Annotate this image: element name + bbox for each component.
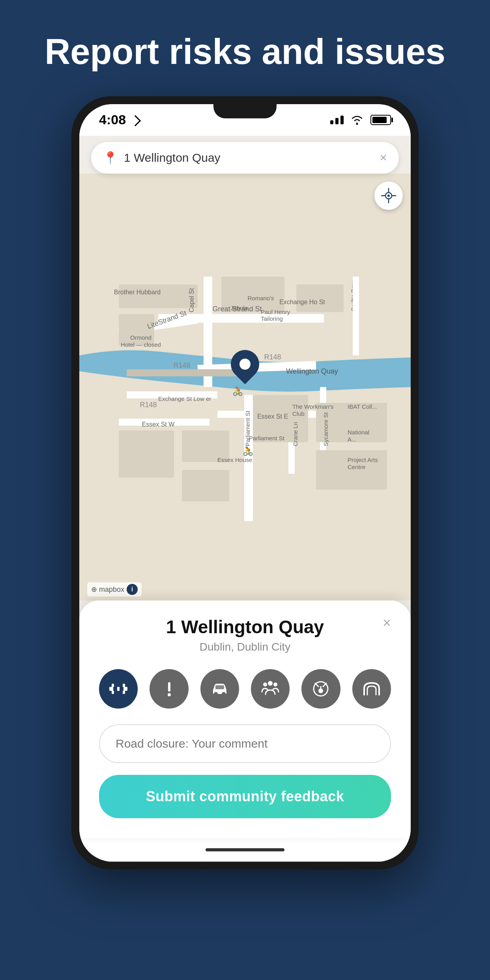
svg-point-66 bbox=[168, 693, 171, 696]
svg-text:Romano's: Romano's bbox=[247, 295, 274, 301]
svg-rect-9 bbox=[127, 369, 245, 376]
svg-rect-64 bbox=[120, 687, 123, 691]
svg-rect-63 bbox=[113, 687, 117, 691]
location-target-button[interactable] bbox=[374, 181, 403, 210]
wifi-icon bbox=[350, 114, 364, 125]
category-crash[interactable] bbox=[301, 669, 340, 709]
svg-text:Parliament St: Parliament St bbox=[249, 435, 285, 441]
svg-text:Parliament St: Parliament St bbox=[244, 410, 251, 446]
svg-text:Hotel — closed: Hotel — closed bbox=[121, 341, 161, 348]
svg-point-72 bbox=[273, 683, 277, 686]
page-title: Report risks and issues bbox=[13, 32, 477, 73]
svg-text:Tailoring: Tailoring bbox=[261, 315, 283, 322]
map-area[interactable]: R148 R148 R148 Great Strand St LiteStran… bbox=[79, 174, 411, 600]
svg-text:R148: R148 bbox=[173, 361, 190, 369]
category-road-closure[interactable] bbox=[99, 669, 138, 709]
svg-rect-17 bbox=[119, 430, 174, 478]
submit-feedback-button[interactable]: Submit community feedback bbox=[99, 775, 391, 818]
svg-text:Ormond: Ormond bbox=[130, 334, 151, 341]
tunnel-icon bbox=[361, 678, 382, 699]
svg-text:Essex St E: Essex St E bbox=[257, 413, 288, 420]
bottom-sheet-close-button[interactable]: × bbox=[383, 615, 391, 631]
location-pin-icon: 📍 bbox=[103, 151, 118, 165]
phone-screen: 4:08 � bbox=[79, 104, 411, 862]
location-subtitle: Dublin, Dublin City bbox=[99, 641, 391, 653]
battery-icon bbox=[370, 115, 391, 125]
svg-text:Essex St W: Essex St W bbox=[142, 421, 175, 428]
mapbox-logo: ⊕ mapbox bbox=[91, 585, 124, 594]
location-name: 1 Wellington Quay bbox=[99, 616, 391, 638]
svg-text:🚴: 🚴 bbox=[243, 446, 254, 456]
svg-text:R148: R148 bbox=[264, 353, 281, 361]
svg-text:IBAT Coll...: IBAT Coll... bbox=[348, 403, 377, 410]
navigation-arrow-icon bbox=[130, 115, 141, 126]
svg-text:Brother Hubbard: Brother Hubbard bbox=[114, 289, 161, 295]
svg-text:R148: R148 bbox=[140, 401, 157, 409]
svg-text:Exchange St Low er: Exchange St Low er bbox=[158, 395, 211, 402]
signal-icon bbox=[330, 116, 344, 124]
search-close-button[interactable]: × bbox=[380, 150, 387, 165]
search-input-value: 1 Wellington Quay bbox=[124, 151, 373, 165]
map-pin bbox=[231, 350, 259, 378]
svg-point-0 bbox=[356, 123, 358, 125]
car-icon bbox=[209, 678, 230, 699]
svg-rect-69 bbox=[215, 685, 224, 689]
status-icons bbox=[330, 114, 391, 125]
svg-text:Jabula: Jabula bbox=[230, 305, 248, 311]
category-traffic[interactable] bbox=[200, 669, 239, 709]
comment-input[interactable] bbox=[99, 724, 391, 763]
svg-rect-51 bbox=[353, 277, 359, 355]
home-bar bbox=[206, 848, 284, 851]
status-time: 4:08 bbox=[99, 112, 139, 127]
category-event[interactable] bbox=[251, 669, 290, 709]
svg-text:Project Arts: Project Arts bbox=[348, 456, 378, 463]
svg-point-70 bbox=[263, 683, 267, 686]
svg-text:The Workman's: The Workman's bbox=[292, 403, 333, 410]
phone-notch bbox=[213, 104, 277, 118]
svg-text:Crane Ln: Crane Ln bbox=[292, 422, 299, 446]
svg-rect-19 bbox=[182, 470, 229, 501]
phone-shell: 4:08 � bbox=[71, 96, 419, 870]
home-indicator bbox=[79, 838, 411, 862]
svg-text:Wellington Quay: Wellington Quay bbox=[286, 367, 338, 375]
svg-text:A...: A... bbox=[348, 436, 357, 443]
svg-text:Club: Club bbox=[292, 410, 305, 417]
svg-point-55 bbox=[387, 195, 390, 197]
search-bar[interactable]: 📍 1 Wellington Quay × bbox=[91, 142, 399, 174]
category-icons bbox=[99, 669, 391, 709]
svg-point-71 bbox=[268, 681, 273, 686]
map-svg: R148 R148 R148 Great Strand St LiteStran… bbox=[79, 174, 411, 600]
svg-point-67 bbox=[214, 692, 218, 696]
category-hazard[interactable] bbox=[150, 669, 188, 709]
svg-text:Centre: Centre bbox=[348, 464, 365, 470]
svg-text:🚴: 🚴 bbox=[232, 386, 243, 396]
category-tunnel[interactable] bbox=[352, 669, 391, 709]
map-attribution: ⊕ mapbox i bbox=[87, 582, 142, 597]
svg-rect-12 bbox=[119, 284, 198, 308]
svg-rect-65 bbox=[168, 682, 170, 692]
svg-rect-11 bbox=[296, 284, 344, 312]
svg-text:Essex House: Essex House bbox=[217, 456, 252, 463]
barrier-icon bbox=[108, 678, 129, 699]
svg-text:National: National bbox=[348, 429, 369, 436]
target-icon bbox=[380, 187, 397, 204]
crash-icon bbox=[310, 678, 331, 699]
svg-point-68 bbox=[222, 692, 226, 696]
bottom-sheet: × 1 Wellington Quay Dublin, Dublin City bbox=[79, 600, 411, 838]
people-icon bbox=[260, 678, 281, 699]
svg-text:Sycamore St: Sycamore St bbox=[322, 412, 329, 446]
svg-text:Exchange Ho St: Exchange Ho St bbox=[279, 299, 325, 305]
exclamation-icon bbox=[159, 678, 180, 699]
svg-text:Paul Henry: Paul Henry bbox=[261, 309, 290, 315]
svg-text:Capel St: Capel St bbox=[188, 288, 195, 312]
info-icon[interactable]: i bbox=[127, 584, 138, 595]
